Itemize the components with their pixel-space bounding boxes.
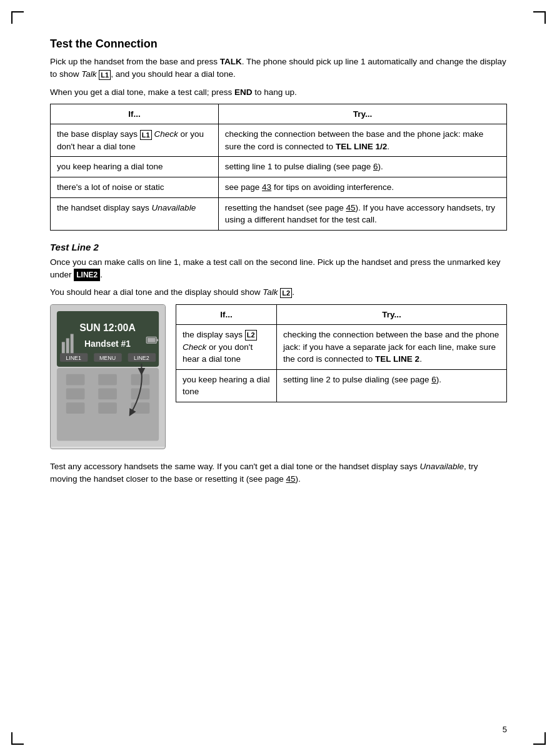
table1-col1-header: If... bbox=[51, 104, 219, 124]
section1-para1-end: , and you should hear a dial tone. bbox=[111, 69, 236, 79]
svg-rect-17 bbox=[66, 374, 85, 385]
svg-rect-21 bbox=[98, 388, 117, 399]
table1-row2-if: you keep hearing a dial tone bbox=[51, 157, 219, 177]
table-row: the base display says L1 Check or you do… bbox=[51, 124, 507, 157]
l1-icon-table: L1 bbox=[140, 130, 152, 140]
table1-row2-try: setting line 1 to pulse dialing (see pag… bbox=[218, 157, 506, 177]
section2-para1-end: . bbox=[100, 270, 103, 279]
footer-para-end: ). bbox=[296, 474, 301, 484]
page6-link-2[interactable]: 6 bbox=[431, 375, 436, 384]
footer-para: Test any accessory handsets the same way… bbox=[50, 460, 507, 486]
handset-image: SUN 12:00A Handset #1 LINE1 MENU LINE2 bbox=[50, 304, 166, 450]
table2-row1-try: checking the connection between the base… bbox=[277, 325, 507, 370]
handset-svg: SUN 12:00A Handset #1 LINE1 MENU LINE2 bbox=[51, 305, 165, 447]
unavailable-italic-footer: Unavailable bbox=[419, 462, 464, 471]
svg-rect-7 bbox=[148, 338, 156, 342]
section1-para2: When you get a dial tone, make a test ca… bbox=[50, 86, 507, 99]
section1-para2-tail: to hang up. bbox=[252, 87, 296, 97]
table1-col2-header: Try... bbox=[218, 104, 506, 124]
table-row: the display says L2 Check or you don't h… bbox=[176, 325, 507, 370]
svg-rect-24 bbox=[98, 402, 117, 414]
section1-table: If... Try... the base display says L1 Ch… bbox=[50, 104, 507, 231]
section1-para1-text: Pick up the handset from the base and pr… bbox=[50, 57, 220, 66]
bottom-section: SUN 12:00A Handset #1 LINE1 MENU LINE2 bbox=[50, 304, 507, 450]
table-row: you keep hearing a dial tone setting lin… bbox=[51, 157, 507, 177]
corner-mark-bl bbox=[11, 732, 24, 745]
section2-table-wrapper: If... Try... the display says L2 Check o… bbox=[176, 304, 507, 402]
section2-para2-end: . bbox=[292, 287, 294, 297]
table1-row1-try: checking the connection between the base… bbox=[218, 124, 506, 157]
svg-text:SUN 12:00A: SUN 12:00A bbox=[79, 322, 136, 332]
svg-text:Handset #1: Handset #1 bbox=[84, 339, 131, 349]
table1-row3-try: see page 43 for tips on avoiding interfe… bbox=[218, 177, 506, 198]
svg-text:LINE1: LINE1 bbox=[66, 355, 81, 361]
section2-title: Test Line 2 bbox=[50, 242, 507, 252]
section2-para1-start: Once you can make calls on line 1, make … bbox=[50, 257, 500, 279]
page45-link-1[interactable]: 45 bbox=[346, 203, 355, 212]
table2-col1-header: If... bbox=[176, 304, 277, 325]
section2-para2-start: You should hear a dial tone and the disp… bbox=[50, 287, 263, 297]
tel-line2-bold: TEL LINE 2 bbox=[375, 354, 419, 364]
talk-italic-2: Talk bbox=[263, 287, 278, 297]
svg-rect-6 bbox=[156, 339, 158, 341]
table1-row3-if: there's a lot of noise or static bbox=[51, 177, 219, 198]
l2-icon-para: L2 bbox=[280, 288, 292, 298]
l2-icon-table: L2 bbox=[245, 330, 257, 340]
table1-row4-try: resetting the handset (see page 45). If … bbox=[218, 197, 506, 230]
svg-rect-23 bbox=[66, 402, 85, 414]
l1-icon: L1 bbox=[99, 70, 111, 80]
check-italic: Check bbox=[154, 129, 178, 139]
corner-mark-br bbox=[533, 732, 546, 745]
talk-italic: Talk bbox=[81, 69, 96, 79]
section1-para2-start: When you get a dial tone, make a test ca… bbox=[50, 87, 234, 97]
section1-title: Test the Connection bbox=[50, 37, 507, 51]
svg-rect-19 bbox=[131, 374, 150, 385]
page43-link[interactable]: 43 bbox=[262, 182, 271, 192]
table-row: there's a lot of noise or static see pag… bbox=[51, 177, 507, 198]
svg-rect-20 bbox=[66, 388, 85, 399]
table2-row2-if: you keep hearing a dial tone bbox=[176, 369, 277, 402]
section2-para1: Once you can make calls on line 1, make … bbox=[50, 256, 507, 282]
line2-badge: LINE2 bbox=[74, 269, 100, 281]
table1-row4-if: the handset display says Unavailable bbox=[51, 197, 219, 230]
table-row: you keep hearing a dial tone setting lin… bbox=[176, 369, 507, 402]
table-row: the handset display says Unavailable res… bbox=[51, 197, 507, 230]
svg-rect-4 bbox=[71, 334, 74, 354]
section2-para2: You should hear a dial tone and the disp… bbox=[50, 286, 507, 299]
section2-table: If... Try... the display says L2 Check o… bbox=[176, 304, 507, 402]
svg-text:LINE2: LINE2 bbox=[134, 355, 149, 361]
unavailable-italic: Unavailable bbox=[152, 203, 196, 212]
page-number: 5 bbox=[503, 725, 507, 734]
svg-rect-2 bbox=[62, 342, 65, 354]
table2-col2-header: Try... bbox=[277, 304, 507, 325]
page6-link-1[interactable]: 6 bbox=[373, 162, 378, 171]
svg-rect-18 bbox=[98, 374, 117, 385]
corner-mark-tl bbox=[11, 11, 24, 24]
page45-link-2[interactable]: 45 bbox=[286, 474, 295, 484]
section1-para1: Pick up the handset from the base and pr… bbox=[50, 56, 507, 81]
table1-row1-if: the base display says L1 Check or you do… bbox=[51, 124, 219, 157]
talk-keyword: TALK bbox=[220, 57, 242, 66]
check-italic-2: Check bbox=[183, 342, 206, 352]
table2-row2-try: setting line 2 to pulse dialing (see pag… bbox=[277, 369, 507, 402]
footer-para-start: Test any accessory handsets the same way… bbox=[50, 462, 419, 471]
tel-line-bold: TEL LINE 1/2 bbox=[336, 142, 387, 151]
svg-rect-3 bbox=[66, 338, 69, 354]
end-keyword: END bbox=[234, 87, 253, 97]
corner-mark-tr bbox=[533, 11, 546, 24]
table2-row1-if: the display says L2 Check or you don't h… bbox=[176, 325, 277, 370]
svg-text:MENU: MENU bbox=[99, 355, 116, 361]
